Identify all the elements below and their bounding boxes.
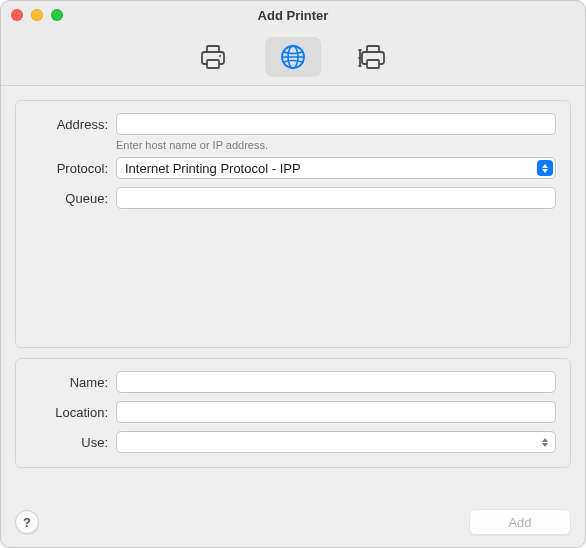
svg-rect-0	[207, 46, 219, 52]
svg-rect-2	[207, 60, 219, 68]
protocol-value: Internet Printing Protocol - IPP	[125, 161, 301, 176]
dialog-footer: ? Add	[15, 509, 571, 535]
svg-rect-7	[367, 46, 379, 52]
globe-icon	[279, 43, 307, 71]
use-label: Use:	[30, 435, 116, 450]
protocol-label: Protocol:	[30, 161, 116, 176]
help-icon: ?	[23, 515, 31, 530]
tab-default[interactable]	[185, 37, 241, 77]
tab-ip[interactable]	[265, 37, 321, 77]
protocol-select[interactable]: Internet Printing Protocol - IPP	[116, 157, 556, 179]
svg-point-3	[219, 55, 221, 57]
window-title: Add Printer	[258, 8, 329, 23]
window-controls	[11, 9, 63, 21]
minimize-window-button[interactable]	[31, 9, 43, 21]
close-window-button[interactable]	[11, 9, 23, 21]
printer-type-toolbar	[1, 29, 585, 86]
printer-icon	[199, 44, 227, 70]
location-input[interactable]	[116, 401, 556, 423]
zoom-window-button[interactable]	[51, 9, 63, 21]
connection-panel: Address: Enter host name or IP address. …	[15, 100, 571, 348]
titlebar: Add Printer	[1, 1, 585, 29]
help-button[interactable]: ?	[15, 510, 39, 534]
use-select[interactable]	[116, 431, 556, 453]
name-input[interactable]	[116, 371, 556, 393]
address-hint: Enter host name or IP address.	[116, 139, 268, 151]
address-label: Address:	[30, 117, 116, 132]
add-button-label: Add	[508, 515, 531, 530]
updown-arrows-icon	[537, 160, 553, 176]
dialog-body: Address: Enter host name or IP address. …	[1, 86, 585, 547]
add-printer-window: Add Printer	[0, 0, 586, 548]
add-button[interactable]: Add	[469, 509, 571, 535]
tab-windows[interactable]	[345, 37, 401, 77]
updown-arrows-icon	[537, 434, 553, 450]
queue-input[interactable]	[116, 187, 556, 209]
svg-rect-9	[367, 60, 379, 68]
details-panel: Name: Location: Use:	[15, 358, 571, 468]
queue-label: Queue:	[30, 191, 116, 206]
name-label: Name:	[30, 375, 116, 390]
network-printer-icon	[358, 44, 388, 70]
address-input[interactable]	[116, 113, 556, 135]
location-label: Location:	[30, 405, 116, 420]
